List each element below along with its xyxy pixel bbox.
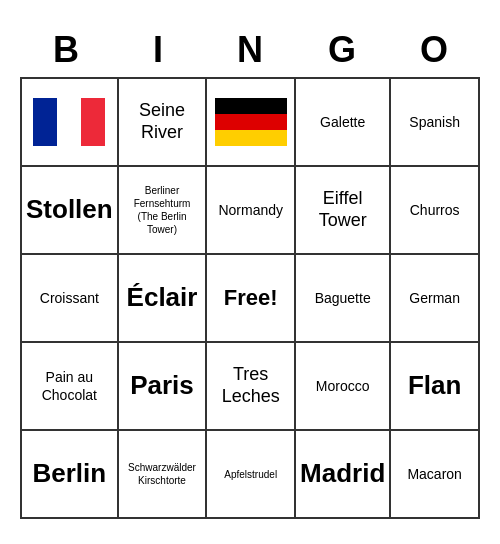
header-i: I	[112, 25, 204, 77]
cell-r1c4: Churros	[391, 167, 480, 255]
cell-text: Galette	[320, 113, 365, 131]
cell-text: Croissant	[40, 289, 99, 307]
germany-red	[215, 114, 287, 130]
cell-text: Seine River	[123, 100, 202, 143]
cell-r4c2: Apfelstrudel	[207, 431, 296, 519]
cell-r0c0	[22, 79, 119, 167]
cell-r0c1: Seine River	[119, 79, 208, 167]
cell-r1c3: Eiffel Tower	[296, 167, 391, 255]
france-white	[57, 98, 81, 146]
cell-r4c0: Berlin	[22, 431, 119, 519]
cell-text: Spanish	[409, 113, 460, 131]
cell-text: Madrid	[300, 458, 385, 489]
france-blue	[33, 98, 57, 146]
header-o: O	[388, 25, 480, 77]
cell-r3c1: Paris	[119, 343, 208, 431]
cell-r1c0: Stollen	[22, 167, 119, 255]
cell-text: Apfelstrudel	[224, 468, 277, 481]
cell-r0c3: Galette	[296, 79, 391, 167]
cell-text: Eiffel Tower	[300, 188, 385, 231]
cell-text: Churros	[410, 201, 460, 219]
cell-r3c3: Morocco	[296, 343, 391, 431]
cell-text: Stollen	[26, 194, 113, 225]
cell-text: Éclair	[127, 282, 198, 313]
cell-r2c1: Éclair	[119, 255, 208, 343]
cell-r1c2: Normandy	[207, 167, 296, 255]
cell-r0c4: Spanish	[391, 79, 480, 167]
cell-text: Macaron	[407, 465, 461, 483]
cell-text: Free!	[224, 285, 278, 311]
cell-r3c2: Tres Leches	[207, 343, 296, 431]
cell-r4c4: Macaron	[391, 431, 480, 519]
germany-black	[215, 98, 287, 114]
cell-r2c2: Free!	[207, 255, 296, 343]
cell-text: Morocco	[316, 377, 370, 395]
header-g: G	[296, 25, 388, 77]
cell-text: Paris	[130, 370, 194, 401]
header-b: B	[20, 25, 112, 77]
header-n: N	[204, 25, 296, 77]
cell-text: Flan	[408, 370, 461, 401]
cell-text: Tres Leches	[211, 364, 290, 407]
cell-text: Schwarzwälder Kirschtorte	[123, 461, 202, 487]
cell-r4c1: Schwarzwälder Kirschtorte	[119, 431, 208, 519]
germany-gold	[215, 130, 287, 146]
cell-text: German	[409, 289, 460, 307]
bingo-header: B I N G O	[20, 25, 480, 77]
cell-r3c4: Flan	[391, 343, 480, 431]
cell-r3c0: Pain au Chocolat	[22, 343, 119, 431]
flag-france-icon	[33, 98, 105, 146]
cell-r1c1: Berliner Fernsehturm (The Berlin Tower)	[119, 167, 208, 255]
cell-text: Normandy	[218, 201, 283, 219]
bingo-grid: Seine River Galette Spanish Stollen Berl…	[20, 77, 480, 519]
cell-r2c3: Baguette	[296, 255, 391, 343]
cell-r2c0: Croissant	[22, 255, 119, 343]
bingo-card: B I N G O Seine River Galette	[10, 15, 490, 529]
cell-r4c3: Madrid	[296, 431, 391, 519]
flag-germany-icon	[215, 98, 287, 146]
cell-text: Baguette	[315, 289, 371, 307]
cell-r0c2	[207, 79, 296, 167]
cell-text: Berlin	[32, 458, 106, 489]
cell-text: Pain au Chocolat	[26, 368, 113, 404]
france-red	[81, 98, 105, 146]
cell-text: Berliner Fernsehturm (The Berlin Tower)	[123, 184, 202, 236]
cell-r2c4: German	[391, 255, 480, 343]
